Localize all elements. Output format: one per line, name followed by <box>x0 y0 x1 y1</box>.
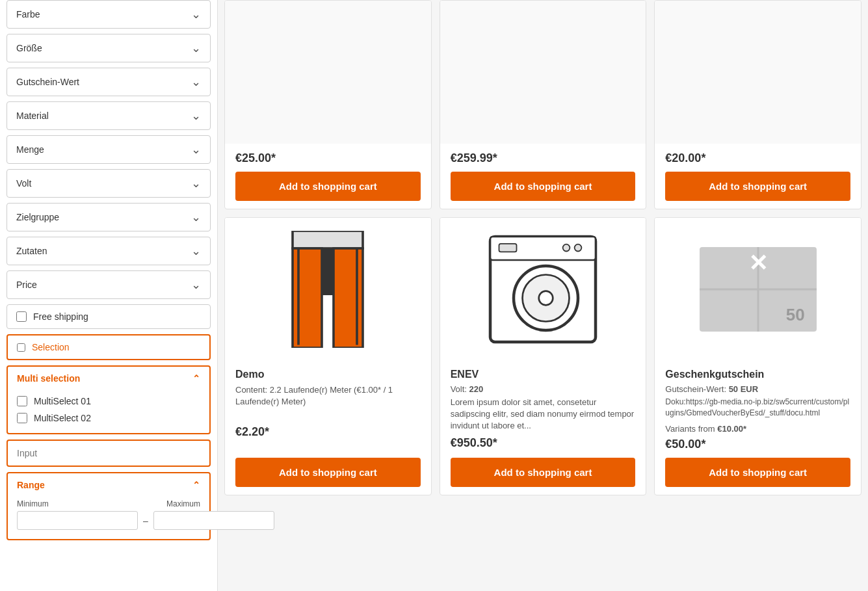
filter-price[interactable]: Price⌄ <box>7 270 211 299</box>
filter-price-chevron-icon: ⌄ <box>191 278 201 292</box>
product-card-p5: ENEVVolt: 220Lorem ipsum dolor sit amet,… <box>440 217 647 495</box>
product-body-p6: GeschenkgutscheinGutschein-Wert: 50 EURD… <box>655 361 861 495</box>
range-min-label: Minimum <box>17 499 49 508</box>
range-max-label: Maximum <box>166 499 200 508</box>
filter-material-label: Material <box>16 111 49 121</box>
selection-row[interactable]: Selection <box>8 335 209 359</box>
product-price-p1: €25.00* <box>235 151 421 165</box>
product-body-p2: €259.99*Add to shopping cart <box>440 144 646 209</box>
filter-zielgruppe[interactable]: Zielgruppe⌄ <box>7 203 211 231</box>
svg-point-9 <box>563 244 570 252</box>
filter-gutschein_wert-chevron-icon: ⌄ <box>191 75 201 89</box>
product-body-p5: ENEVVolt: 220Lorem ipsum dolor sit amet,… <box>440 361 646 495</box>
filter-menge[interactable]: Menge⌄ <box>7 135 211 164</box>
product-price-p2: €259.99* <box>451 151 636 165</box>
multi-option-ms02-checkbox[interactable] <box>17 413 27 423</box>
filter-price-label: Price <box>16 280 37 290</box>
product-card-p3: €20.00*Add to shopping cart <box>654 0 861 209</box>
svg-point-13 <box>539 291 553 306</box>
filter-menge-chevron-icon: ⌄ <box>191 142 201 157</box>
selection-box: Selection <box>7 334 211 360</box>
filter-material[interactable]: Material⌄ <box>7 101 211 130</box>
filter-material-chevron-icon: ⌄ <box>191 109 201 123</box>
multi-option-ms01[interactable]: MultiSelect 01 <box>17 393 200 410</box>
svg-rect-0 <box>293 231 363 248</box>
filter-gutschein_wert-label: Gutschein-Wert <box>16 77 79 87</box>
input-field[interactable] <box>17 448 200 458</box>
range-header[interactable]: Range ⌃ <box>8 473 209 497</box>
range-separator: – <box>143 516 148 526</box>
product-card-p6: ✕ 50 GeschenkgutscheinGutschein-Wert: 50… <box>654 217 861 495</box>
main-content: €25.00*Add to shopping cart€259.99*Add t… <box>218 0 868 591</box>
range-chevron-icon: ⌃ <box>192 480 200 490</box>
svg-rect-3 <box>322 248 334 295</box>
multi-option-ms02[interactable]: MultiSelect 02 <box>17 410 200 427</box>
add-to-cart-p1[interactable]: Add to shopping cart <box>235 172 421 201</box>
free-shipping-filter[interactable]: Free shipping <box>7 304 211 329</box>
filter-zielgruppe-label: Zielgruppe <box>16 212 59 222</box>
product-card-p1: €25.00*Add to shopping cart <box>224 0 432 209</box>
filter-volt[interactable]: Volt⌄ <box>7 169 211 198</box>
product-name-p5: ENEV <box>451 369 636 380</box>
filter-zielgruppe-chevron-icon: ⌄ <box>191 210 201 224</box>
multi-selection-label: Multi selection <box>17 373 80 384</box>
selection-label[interactable]: Selection <box>32 342 70 352</box>
filter-menge-label: Menge <box>16 144 44 155</box>
filter-zutaten[interactable]: Zutaten⌄ <box>7 237 211 265</box>
product-content-p4: Content: 2.2 Laufende(r) Meter (€1.00* /… <box>235 384 421 408</box>
multi-selection-options: MultiSelect 01 MultiSelect 02 <box>8 390 209 433</box>
product-image-p4 <box>225 218 431 361</box>
filter-farbe-chevron-icon: ⌄ <box>191 7 201 21</box>
product-image-p6: ✕ 50 <box>655 218 861 361</box>
filter-volt-chevron-icon: ⌄ <box>191 176 201 190</box>
svg-rect-8 <box>499 244 516 252</box>
product-body-p1: €25.00*Add to shopping cart <box>225 144 431 209</box>
product-image-p5 <box>440 218 646 361</box>
sidebar: Farbe⌄Größe⌄Gutschein-Wert⌄Material⌄Meng… <box>0 0 218 591</box>
product-desc-p5: Lorem ipsum dolor sit amet, consetetur s… <box>451 397 636 432</box>
filter-groesse-chevron-icon: ⌄ <box>191 41 201 55</box>
svg-marker-2 <box>334 248 363 348</box>
multi-selection-header[interactable]: Multi selection ⌃ <box>8 367 209 390</box>
add-to-cart-p3[interactable]: Add to shopping cart <box>665 172 850 201</box>
product-doc-p6: Doku:https://gb-media.no-ip.biz/sw5curre… <box>665 397 850 419</box>
filter-farbe[interactable]: Farbe⌄ <box>7 0 211 29</box>
input-box <box>7 440 211 467</box>
product-price-p3: €20.00* <box>665 151 850 165</box>
filter-zutaten-label: Zutaten <box>16 246 47 256</box>
range-inputs: Minimum Maximum – <box>8 497 209 539</box>
add-to-cart-p6[interactable]: Add to shopping cart <box>665 458 850 487</box>
filter-groesse-label: Größe <box>16 43 42 53</box>
product-body-p3: €20.00*Add to shopping cart <box>655 144 861 209</box>
product-name-p4: Demo <box>235 369 421 380</box>
product-variants-p6: Variants from €10.00* <box>665 424 850 434</box>
filter-groesse[interactable]: Größe⌄ <box>7 34 211 62</box>
product-card-p2: €259.99*Add to shopping cart <box>440 0 647 209</box>
product-meta-p6: Gutschein-Wert: 50 EUR <box>665 384 850 394</box>
product-body-p4: DemoContent: 2.2 Laufende(r) Meter (€1.0… <box>225 361 431 495</box>
svg-point-10 <box>575 244 582 252</box>
svg-marker-1 <box>293 248 322 348</box>
selection-checkbox[interactable] <box>17 343 25 352</box>
multi-option-ms01-checkbox[interactable] <box>17 396 27 406</box>
product-card-p4: DemoContent: 2.2 Laufende(r) Meter (€1.0… <box>224 217 432 495</box>
filter-zutaten-chevron-icon: ⌄ <box>191 244 201 258</box>
product-price-p5: €950.50* <box>451 436 636 450</box>
filter-farbe-label: Farbe <box>16 9 40 20</box>
add-to-cart-p4[interactable]: Add to shopping cart <box>235 458 421 487</box>
range-min-input[interactable] <box>17 511 138 530</box>
product-price-p4: €2.20* <box>235 425 421 439</box>
product-image-p1 <box>225 1 431 144</box>
product-price-p6: €50.00* <box>665 438 850 451</box>
product-name-p6: Geschenkgutschein <box>665 369 850 380</box>
product-image-p3 <box>655 1 861 144</box>
product-meta-p5: Volt: 220 <box>451 384 636 394</box>
multi-selection-box: Multi selection ⌃ MultiSelect 01 MultiSe… <box>7 365 211 434</box>
product-image-p2 <box>440 1 646 144</box>
free-shipping-checkbox[interactable] <box>16 311 27 322</box>
filter-gutschein_wert[interactable]: Gutschein-Wert⌄ <box>7 68 211 96</box>
range-label: Range <box>17 480 45 490</box>
multi-option-ms02-label: MultiSelect 02 <box>34 413 91 423</box>
add-to-cart-p2[interactable]: Add to shopping cart <box>451 172 636 201</box>
add-to-cart-p5[interactable]: Add to shopping cart <box>451 458 636 487</box>
